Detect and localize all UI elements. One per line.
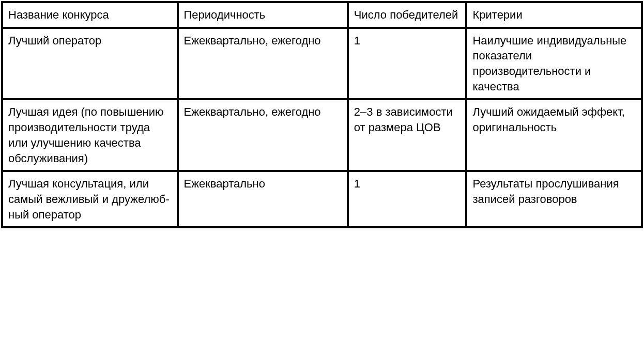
header-name: Название конкурса xyxy=(2,2,178,28)
table-row: Лучшая консульта­ция, или самый веж­ливы… xyxy=(2,171,642,227)
cell-name: Лучшая консульта­ция, или самый веж­ливы… xyxy=(2,171,178,227)
cell-name: Лучший оператор xyxy=(2,28,178,100)
table-header-row: Название конкурса Периодичность Число по… xyxy=(2,2,642,28)
header-winners: Число победителей xyxy=(348,2,467,28)
cell-winners: 1 xyxy=(348,28,467,100)
cell-criteria: Наилучшие индиви­дуальные показатели про… xyxy=(466,28,642,100)
cell-periodicity: Ежеквартально, еже­годно xyxy=(178,99,348,171)
header-criteria: Критерии xyxy=(466,2,642,28)
contests-table: Название конкурса Периодичность Число по… xyxy=(1,1,643,228)
cell-periodicity: Ежеквартально, еже­годно xyxy=(178,28,348,100)
table-row: Лучшая идея (по повышению производительн… xyxy=(2,99,642,171)
cell-criteria: Результаты прослу­шивания записей разгов… xyxy=(466,171,642,227)
table-row: Лучший оператор Ежеквартально, еже­годно… xyxy=(2,28,642,100)
cell-periodicity: Ежеквартально xyxy=(178,171,348,227)
header-periodicity: Периодичность xyxy=(178,2,348,28)
cell-criteria: Лучший ожидаемый эффект, оригиналь­ность xyxy=(466,99,642,171)
cell-winners: 2–3 в зависи­мости от раз­мера ЦОВ xyxy=(348,99,467,171)
cell-name: Лучшая идея (по повышению производительн… xyxy=(2,99,178,171)
cell-winners: 1 xyxy=(348,171,467,227)
